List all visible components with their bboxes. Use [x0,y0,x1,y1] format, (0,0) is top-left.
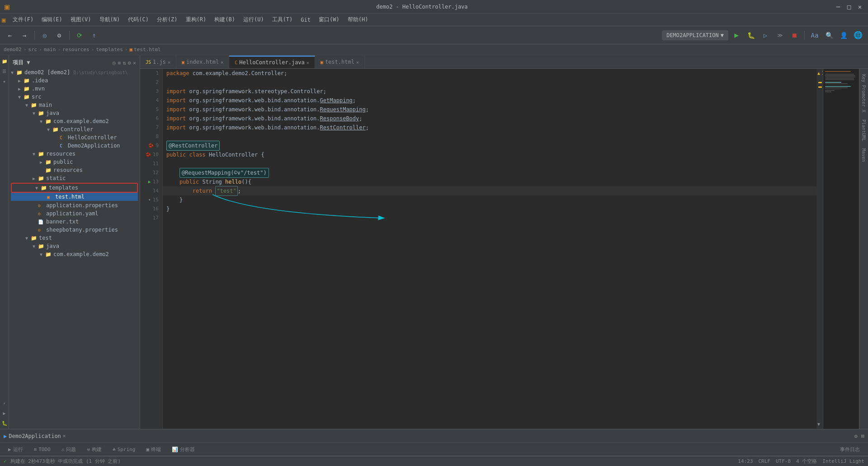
tree-item-hellocontroller[interactable]: C HelloController [9,133,140,142]
run-config-selector[interactable]: DEMO2APPLICATION ▼ [662,30,728,40]
tab-hellocontroller[interactable]: C HelloController.java ✕ [229,56,315,68]
right-panel-maven[interactable]: Maven [860,145,867,166]
tree-item-resources2[interactable]: 📁 resources [9,166,140,174]
menu-help[interactable]: 帮助(H) [344,15,372,24]
tree-item-test[interactable]: ▼ 📁 test [9,234,140,242]
bottom-tab-event-log[interactable]: 事件日志 [835,444,864,455]
tree-item-sheepbotany[interactable]: ⚙ sheepbotany.properties [9,226,140,234]
sidebar-structure-icon[interactable]: ☰ [0,67,9,75]
breadcrumb-testhtml[interactable]: ▣test.html [129,47,160,52]
tree-item-root[interactable]: ▼ 📁 demo02 [demo2] D:\study\springboot\ [9,68,140,76]
toolbar-notifications[interactable]: 🌐 [852,29,864,42]
sidebar-project-icon[interactable]: 📁 [0,57,9,65]
tab-indexhtml-close[interactable]: ✕ [221,60,223,65]
sidebar-notifications-icon[interactable]: ⚡ [0,399,9,407]
toolbar-translate[interactable]: Aa [808,29,821,42]
toolbar-run-debug[interactable]: 🐛 [745,29,757,42]
menu-analyze[interactable]: 分析(Z) [153,15,181,24]
menu-tools[interactable]: 工具(T) [269,15,297,24]
menu-edit[interactable]: 编辑(E) [38,15,66,24]
breadcrumb-templates[interactable]: templates [96,47,123,52]
tab-testhtml[interactable]: ▣ test.html ✕ [315,56,365,68]
bottom-tab-problems[interactable]: ⚠ 问题 [57,444,81,455]
close-button[interactable]: ✕ [856,3,863,10]
tree-item-com2[interactable]: ▼ 📁 com.example.demo2 [9,250,140,258]
toolbar-up[interactable]: ↑ [88,29,100,42]
tree-item-banner[interactable]: 📄 banner.txt [9,218,140,226]
toolbar-find[interactable]: 🔍 [823,29,835,42]
bottom-tab-spring[interactable]: ☘ Spring [108,445,140,454]
status-position[interactable]: 14:23 [738,458,753,464]
tree-item-controller[interactable]: ▼ 📁 Controller [9,125,140,133]
toolbar-run-profile[interactable]: ≫ [774,29,786,42]
tree-item-java[interactable]: ▼ 📁 java [9,109,140,117]
breadcrumb-src[interactable]: src [28,47,37,52]
right-panel-keypromoter[interactable]: Key Promoter X [860,71,867,116]
toolbar-refresh[interactable]: ⟳ [73,29,86,42]
status-theme[interactable]: IntelliJ Light [822,458,864,464]
toolbar-run-play[interactable]: ▶ [730,29,743,42]
status-charset[interactable]: UTF-8 [776,458,791,464]
toolbar-forward[interactable]: → [18,29,31,42]
tree-settings-icon[interactable]: ⚙ [128,60,131,66]
scroll-down[interactable]: ▼ [817,422,820,427]
run-settings-icon[interactable]: ⚙ [854,433,858,439]
sidebar-run-icon[interactable]: ▶ [0,409,9,417]
tree-sort-icon[interactable]: ⇅ [123,60,126,66]
menu-run[interactable]: 运行(U) [240,15,268,24]
right-panel-plantuml[interactable]: PlantUML [860,116,867,145]
menu-code[interactable]: 代码(C) [124,15,152,24]
toolbar-search[interactable]: ◎ [38,29,51,42]
tab-hellocontroller-close[interactable]: ✕ [307,60,309,65]
scroll-track[interactable] [816,77,823,419]
bottom-tab-terminal[interactable]: ▣ 终端 [142,444,165,455]
tree-item-resources[interactable]: ▼ 📁 resources [9,150,140,158]
menu-window[interactable]: 窗口(W) [315,15,343,24]
run-close-tab[interactable]: ✕ [63,433,66,439]
bottom-tab-profiler[interactable]: 📊 分析器 [167,444,199,455]
menu-view[interactable]: 视图(V) [67,15,95,24]
tree-close-icon[interactable]: ✕ [133,60,136,66]
tree-item-public[interactable]: ▶ 📁 public [9,158,140,166]
tree-item-mvn[interactable]: ▶ 📁 .mvn [9,85,140,93]
tab-1js[interactable]: JS 1.js ✕ [140,56,176,68]
breadcrumb-demo02[interactable]: demo02 [4,47,22,52]
run-expand-icon[interactable]: ⊠ [861,433,864,439]
menu-build[interactable]: 构建(B) [211,15,239,24]
sidebar-debug-icon[interactable]: 🐛 [0,419,9,427]
tab-testhtml-close[interactable]: ✕ [356,60,359,65]
tree-item-java2[interactable]: ▼ 📁 java [9,242,140,250]
menu-file[interactable]: 文件(F) [9,15,37,24]
tree-item-appprops[interactable]: ⚙ application.properties [9,201,140,209]
maximize-button[interactable]: □ [845,3,853,10]
tree-item-templates[interactable]: ▼ 📁 templates [11,183,138,193]
tree-item-main[interactable]: ▼ 📁 main [9,101,140,109]
toolbar-user[interactable]: 👤 [837,29,850,42]
code-editor[interactable]: 1 2 3 4 5 6 7 8 🫘 9 🫘 10 1 [140,69,823,429]
toolbar-settings[interactable]: ⚙ [53,29,66,42]
toolbar-stop[interactable]: ⏹ [788,29,801,42]
minimize-button[interactable]: ─ [835,3,842,10]
tree-item-src[interactable]: ▼ 📁 src [9,93,140,101]
tab-1js-close[interactable]: ✕ [168,60,170,65]
menu-git[interactable]: Git [297,16,314,24]
toolbar-back[interactable]: ← [4,29,16,42]
breadcrumb-resources[interactable]: resources [62,47,90,52]
breadcrumb-main[interactable]: main [44,47,56,52]
bottom-tab-run[interactable]: ▶ 运行 [4,444,28,455]
tree-item-demo2app[interactable]: C Demo2Application [9,142,140,150]
toolbar-run-coverage[interactable]: ▷ [759,29,772,42]
tree-collapse-icon[interactable]: ≡ [118,60,121,66]
tab-indexhtml[interactable]: ▣ index.html ✕ [176,56,229,68]
bottom-tab-build[interactable]: ⚒ 构建 [82,444,106,455]
tree-item-appyaml[interactable]: ⚙ application.yaml [9,209,140,218]
status-indent[interactable]: 4 个空格 [796,458,817,465]
status-crlf[interactable]: CRLF [758,458,770,464]
tree-item-testhtml[interactable]: ▣ test.html [11,193,138,201]
tree-item-idea[interactable]: ▶ 📁 .idea [9,76,140,85]
tree-locate-icon[interactable]: ◎ [113,60,116,66]
scrollbar-panel[interactable]: ▲ 3 ▲ ▼ [816,69,823,429]
bottom-tab-todo[interactable]: ≡ TODO [29,445,55,454]
tree-item-static[interactable]: ▶ 📁 static [9,174,140,182]
menu-navigate[interactable]: 导航(N) [96,15,124,24]
